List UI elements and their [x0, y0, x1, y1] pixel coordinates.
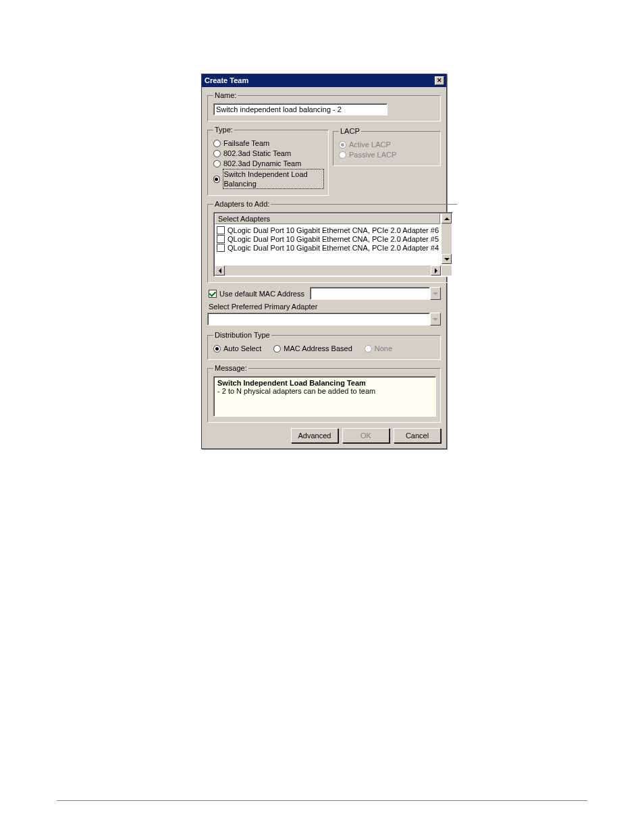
page-footer-rule	[57, 800, 587, 801]
lacp-option-label: Active LACP	[349, 140, 391, 149]
scroll-left-button[interactable]	[215, 265, 225, 276]
type-group: Type: Failsafe Team 802.3ad Static Team …	[207, 126, 329, 196]
adapter-label: QLogic Dual Port 10 Gigabit Ethernet CNA…	[227, 235, 439, 243]
scroll-corner	[441, 265, 452, 276]
radio-icon	[213, 160, 221, 167]
scroll-down-button[interactable]	[441, 254, 452, 264]
type-option-label: 802.3ad Dynamic Team	[223, 159, 301, 168]
adapters-listbox[interactable]: Select Adapters QLogic Dual Port 10 Giga…	[213, 212, 453, 277]
dist-option-none: None	[365, 344, 392, 353]
list-item[interactable]: QLogic Dual Port 10 Gigabit Ethernet CNA…	[217, 244, 439, 252]
message-box: Switch Independent Load Balancing Team -…	[213, 376, 436, 417]
mac-address-input	[310, 287, 430, 300]
adapters-header[interactable]: Select Adapters	[215, 213, 440, 224]
close-icon: ✕	[437, 77, 442, 84]
use-default-mac-row: Use default MAC Address	[209, 287, 441, 300]
scroll-up-button[interactable]	[441, 213, 452, 224]
lacp-group: LACP Active LACP Passive LACP	[333, 127, 441, 166]
preferred-primary-input[interactable]	[207, 313, 430, 325]
name-legend: Name:	[213, 91, 238, 99]
chevron-down-icon	[433, 292, 438, 295]
name-group: Name:	[207, 91, 441, 122]
button-row: Advanced OK Cancel	[207, 428, 441, 443]
checkbox-icon[interactable]	[217, 235, 225, 243]
window-title: Create Team	[205, 76, 248, 84]
checkbox-icon[interactable]	[217, 244, 225, 252]
adapters-group: Adapters to Add: Select Adapters QLogic …	[207, 200, 458, 283]
type-option-label: Switch Independent Load Balancing	[223, 169, 324, 189]
use-default-mac-checkbox[interactable]	[209, 290, 217, 298]
radio-icon	[213, 140, 221, 147]
list-item[interactable]: QLogic Dual Port 10 Gigabit Ethernet CNA…	[217, 235, 439, 243]
radio-icon	[213, 176, 220, 183]
create-team-dialog: Create Team ✕ Name: Type: Failsafe Team …	[201, 74, 447, 449]
use-default-mac-label: Use default MAC Address	[219, 289, 304, 298]
distribution-legend: Distribution Type	[213, 331, 271, 339]
ok-button: OK	[342, 428, 390, 443]
titlebar: Create Team ✕	[202, 74, 446, 87]
team-name-input[interactable]	[213, 103, 387, 115]
lacp-option-passive: Passive LACP	[339, 150, 436, 159]
message-title: Switch Independent Load Balancing Team	[217, 379, 432, 387]
message-legend: Message:	[213, 364, 248, 372]
type-option-dynamic[interactable]: 802.3ad Dynamic Team	[213, 159, 324, 168]
mac-dropdown-button	[430, 287, 441, 300]
preferred-primary-label: Select Preferred Primary Adapter	[209, 303, 441, 311]
distribution-type-group: Distribution Type Auto Select MAC Addres…	[207, 331, 441, 360]
adapters-legend: Adapters to Add:	[213, 200, 271, 208]
radio-icon	[213, 345, 221, 353]
adapter-label: QLogic Dual Port 10 Gigabit Ethernet CNA…	[227, 244, 439, 252]
message-body: - 2 to N physical adapters can be added …	[217, 387, 432, 395]
chevron-down-icon	[444, 258, 450, 261]
dist-option-label: Auto Select	[223, 344, 261, 353]
type-option-label: Failsafe Team	[223, 138, 269, 148]
radio-icon	[273, 345, 281, 353]
radio-icon	[365, 345, 372, 353]
preferred-dropdown-button[interactable]	[430, 313, 441, 325]
horizontal-scrollbar[interactable]	[215, 265, 441, 276]
advanced-button[interactable]: Advanced	[291, 428, 338, 443]
lacp-option-label: Passive LACP	[349, 150, 396, 159]
message-group: Message: Switch Independent Load Balanci…	[207, 364, 441, 423]
chevron-right-icon	[435, 268, 437, 273]
vertical-scrollbar[interactable]	[441, 213, 452, 264]
chevron-down-icon	[433, 318, 438, 321]
dist-option-mac[interactable]: MAC Address Based	[273, 344, 352, 353]
scroll-right-button[interactable]	[431, 265, 441, 276]
dist-option-label: None	[375, 344, 392, 353]
adapters-list-body: QLogic Dual Port 10 Gigabit Ethernet CNA…	[214, 224, 441, 254]
close-button[interactable]: ✕	[435, 76, 444, 85]
cancel-button[interactable]: Cancel	[394, 428, 441, 443]
dialog-client: Name: Type: Failsafe Team 802.3ad Static…	[202, 87, 446, 448]
checkbox-icon[interactable]	[217, 226, 225, 234]
lacp-option-active: Active LACP	[339, 140, 436, 149]
dist-option-label: MAC Address Based	[284, 344, 352, 353]
lacp-legend: LACP	[339, 127, 361, 135]
radio-icon	[339, 151, 346, 159]
dist-option-auto[interactable]: Auto Select	[213, 344, 261, 353]
chevron-left-icon	[219, 268, 221, 273]
type-option-static[interactable]: 802.3ad Static Team	[213, 149, 324, 158]
type-legend: Type:	[213, 126, 234, 134]
radio-icon	[213, 150, 221, 157]
type-option-silb[interactable]: Switch Independent Load Balancing	[213, 169, 324, 189]
list-item[interactable]: QLogic Dual Port 10 Gigabit Ethernet CNA…	[217, 226, 439, 234]
preferred-primary-combo[interactable]	[207, 313, 441, 325]
adapter-label: QLogic Dual Port 10 Gigabit Ethernet CNA…	[227, 226, 439, 234]
type-option-label: 802.3ad Static Team	[223, 149, 291, 158]
radio-icon	[339, 141, 346, 149]
chevron-up-icon	[444, 217, 450, 220]
type-option-failsafe[interactable]: Failsafe Team	[213, 138, 324, 148]
mac-address-combo	[310, 287, 441, 300]
